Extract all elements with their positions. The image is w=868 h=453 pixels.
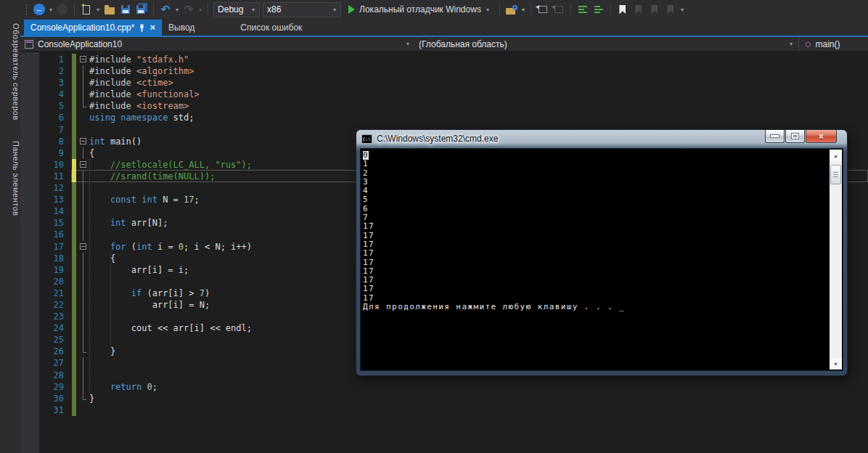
visual-studio-window: Обозреватель серверов Панель элементов ←…	[0, 0, 868, 453]
code-line[interactable]: 6using namespace std;	[20, 112, 868, 123]
change-tracking-bar	[72, 299, 76, 311]
collapse-toggle[interactable]: −	[78, 136, 89, 147]
scroll-up-button[interactable]: ▲	[830, 150, 842, 161]
outlining-margin	[78, 147, 89, 159]
tab-consoleapplication10-cpp-[interactable]: ConsoleApplication10.cpp*×	[24, 20, 162, 36]
collapse-toggle[interactable]: −	[78, 159, 89, 171]
code-line[interactable]: 1−#include "stdafx.h"	[20, 54, 868, 65]
solution-configuration-dropdown[interactable]: Debug ▾	[213, 2, 260, 17]
outlining-margin	[78, 311, 89, 322]
code-line[interactable]: 5#include <iostream>	[20, 100, 868, 112]
outlining-margin	[78, 65, 89, 77]
chevron-down-icon[interactable]: ▾	[49, 7, 53, 13]
open-file-button[interactable]	[103, 1, 116, 17]
member-dropdown[interactable]: ◇ main()	[798, 37, 868, 51]
line-number: 11	[20, 171, 64, 182]
new-file-button[interactable]	[80, 1, 93, 17]
close-button[interactable]: ×	[806, 130, 837, 143]
redo-button[interactable]: ↷	[182, 1, 195, 17]
method-icon: ◇	[805, 39, 811, 49]
back-icon: ←	[33, 4, 45, 15]
console-line: 1	[363, 160, 827, 168]
change-tracking-bar	[72, 311, 76, 322]
code-text: if (arr[i] > 7)	[89, 287, 210, 299]
scrollbar-thumb[interactable]	[830, 165, 841, 184]
toolbar-separator	[74, 3, 75, 16]
chevron-down-icon[interactable]: ▾	[521, 7, 525, 13]
undo-button[interactable]: ↶	[159, 1, 172, 17]
toolbar-overflow-icon[interactable]: ▾	[680, 7, 684, 13]
code-text: for (int i = 0; i < N; i++)	[89, 241, 252, 253]
outlining-margin	[78, 229, 89, 240]
code-text: int main()	[89, 136, 142, 147]
line-number: 23	[20, 311, 64, 322]
maximize-button[interactable]	[785, 130, 805, 143]
collapse-toggle[interactable]: −	[78, 241, 89, 253]
next-bookmark-button[interactable]	[648, 1, 661, 17]
window-controls: ×	[765, 130, 837, 143]
sidebar-item-server-explorer[interactable]: Обозреватель серверов	[0, 19, 20, 135]
tab-label: Вывод	[168, 23, 195, 33]
tab-список-ошибок[interactable]: Список ошибок	[234, 20, 308, 36]
chevron-down-icon[interactable]: ▾	[175, 7, 179, 13]
code-line[interactable]: 3#include <ctime>	[20, 77, 868, 89]
scope-dropdown[interactable]: (Глобальная область) ▾	[410, 37, 798, 51]
code-line[interactable]: 2#include <algorithm>	[20, 65, 868, 77]
save-button[interactable]	[119, 1, 132, 17]
code-line[interactable]: 4#include <functional>	[20, 89, 868, 100]
change-tracking-bar	[72, 112, 76, 123]
code-text: arr[i] = i;	[89, 264, 189, 276]
console-output: 01234567171717171717171717Для продолжени…	[363, 151, 827, 369]
tab-вывод[interactable]: Вывод	[162, 20, 201, 36]
code-line[interactable]: 29 return 0;	[20, 381, 868, 393]
code-text: int arr[N];	[89, 217, 168, 229]
line-number: 1	[20, 54, 64, 65]
uncomment-lines-button[interactable]	[592, 1, 605, 17]
display-member-list-button[interactable]	[536, 1, 549, 17]
configuration-value: Debug	[218, 4, 243, 15]
pin-icon[interactable]	[139, 24, 145, 32]
toggle-bookmark-button[interactable]	[616, 1, 629, 17]
line-number: 28	[20, 370, 64, 381]
code-text: #include "stdafx.h"	[89, 54, 189, 65]
cmd-icon: C:\	[361, 134, 372, 144]
line-number: 2	[20, 65, 64, 77]
scroll-down-button[interactable]: ▼	[830, 358, 842, 370]
change-tracking-bar	[72, 182, 76, 194]
line-number: 9	[20, 147, 64, 159]
comment-lines-button[interactable]	[576, 1, 589, 17]
console-output-area[interactable]: 01234567171717171717171717Для продолжени…	[360, 148, 843, 371]
new-file-icon	[83, 5, 90, 15]
start-debugging-button[interactable]: Локальный отладчик Windows ▾	[344, 1, 494, 17]
code-line[interactable]: 31	[20, 404, 868, 416]
sidebar-item-toolbox[interactable]: Панель элементов	[0, 136, 20, 231]
code-text: #include <ctime>	[89, 77, 173, 89]
minimize-button[interactable]	[765, 130, 785, 143]
save-all-icon	[136, 5, 145, 14]
close-icon[interactable]: ×	[150, 23, 155, 32]
line-number: 24	[20, 322, 64, 334]
parameter-info-button[interactable]	[552, 1, 565, 17]
change-tracking-bar	[72, 65, 76, 77]
code-text: #include <algorithm>	[89, 65, 195, 77]
find-in-files-button[interactable]	[505, 1, 518, 17]
save-all-button[interactable]	[135, 1, 148, 17]
clear-bookmarks-button[interactable]	[664, 1, 677, 17]
console-line: 7	[363, 213, 827, 222]
toolbar-grip[interactable]	[25, 4, 28, 15]
code-text: const int N = 17;	[89, 194, 200, 205]
solution-platform-dropdown[interactable]: x86 ▾	[263, 2, 341, 17]
find-in-files-icon	[506, 5, 517, 15]
console-scrollbar[interactable]: ▲ ▼	[830, 150, 842, 370]
code-line[interactable]: 30}	[20, 393, 868, 404]
navigate-forward-button[interactable]: →	[56, 1, 69, 17]
project-dropdown[interactable]: ConsoleApplication10 ▾	[20, 37, 410, 51]
change-tracking-bar	[72, 253, 76, 264]
cmd-window[interactable]: C:\ C:\Windows\system32\cmd.exe × 012345…	[356, 129, 848, 376]
chevron-down-icon[interactable]: ▾	[96, 7, 100, 13]
navigate-back-button[interactable]: ←	[33, 1, 46, 17]
previous-bookmark-button[interactable]	[632, 1, 645, 17]
collapse-toggle[interactable]: −	[78, 54, 89, 65]
outlining-margin	[78, 334, 89, 346]
chevron-down-icon[interactable]: ▾	[198, 7, 202, 13]
